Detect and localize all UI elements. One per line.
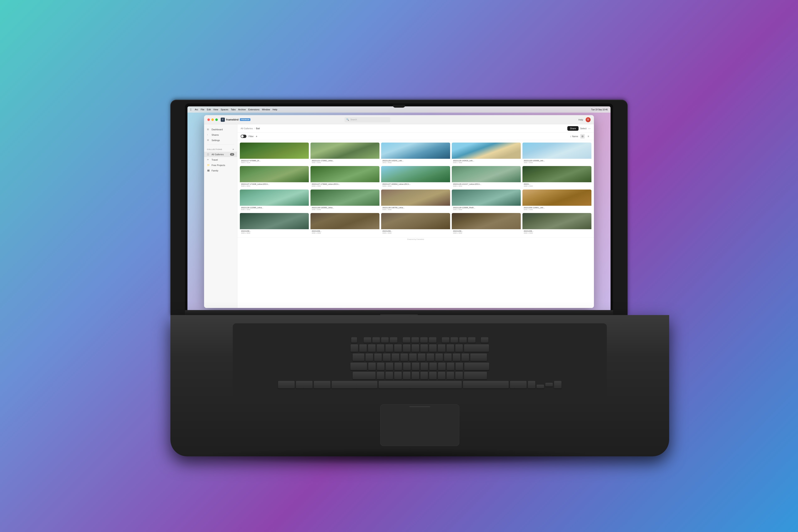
key-1[interactable]	[359, 344, 367, 352]
key-lbracket[interactable]	[453, 354, 460, 361]
gallery-item[interactable]: 20221127-183004_Leica-LEICA... 5050 x 40…	[381, 166, 450, 188]
sidebar-item-all-galleries[interactable]: ◫ All Galleries 18	[204, 152, 237, 157]
key-up[interactable]	[536, 385, 544, 388]
key-7[interactable]	[412, 344, 419, 352]
key-rcmd[interactable]	[463, 381, 509, 388]
key-f6[interactable]	[412, 337, 419, 343]
key-i[interactable]	[426, 354, 434, 361]
sidebar-item-family[interactable]: 👪 Family	[204, 168, 237, 173]
menu-window[interactable]: Window	[262, 108, 270, 111]
item-more-button[interactable]: ···	[516, 214, 520, 217]
key-d[interactable]	[386, 363, 393, 370]
key-f8[interactable]	[429, 337, 436, 343]
key-backtick[interactable]	[350, 344, 358, 352]
gallery-item[interactable]: 20221129-121217_Leica-LEICA... 5050 x 40…	[452, 166, 521, 188]
key-r[interactable]	[392, 354, 399, 361]
key-backslash[interactable]	[470, 354, 487, 361]
item-more-button[interactable]: ···	[445, 144, 449, 147]
key-f9[interactable]	[442, 337, 449, 343]
help-link[interactable]: Help	[578, 118, 583, 121]
key-f7[interactable]	[420, 337, 428, 343]
key-s[interactable]	[377, 363, 384, 370]
menu-view[interactable]: View	[213, 108, 218, 111]
key-0[interactable]	[438, 344, 445, 352]
key-x[interactable]	[385, 372, 393, 379]
key-w[interactable]	[374, 354, 382, 361]
key-5[interactable]	[394, 344, 402, 352]
key-period[interactable]	[446, 372, 454, 379]
gallery-item[interactable]: 20221126-122580_Leica... 6050 x 4050 ···	[240, 190, 309, 211]
key-down[interactable]	[545, 383, 553, 386]
add-collection-icon[interactable]: +	[232, 148, 234, 151]
item-more-button[interactable]: ···	[587, 190, 591, 194]
gallery-item[interactable]: 20221125-143241_Leic... 3943 x 5000 ···	[381, 142, 450, 164]
key-f3[interactable]	[381, 337, 388, 343]
key-f10[interactable]	[451, 337, 458, 343]
gallery-item[interactable]: 20221130-146700_Leica... 6000 x 4000 ···	[381, 190, 450, 211]
key-lcmd[interactable]	[332, 381, 377, 388]
key-slash[interactable]	[455, 372, 463, 379]
item-more-button[interactable]: ···	[375, 214, 379, 217]
key-y[interactable]	[409, 354, 417, 361]
key-fn[interactable]	[278, 381, 295, 388]
item-more-button[interactable]: ···	[516, 144, 520, 147]
key-f[interactable]	[395, 363, 402, 370]
sidebar-item-travel[interactable]: ✈ Travel	[204, 157, 237, 163]
touchpad[interactable]	[380, 404, 459, 446]
key-8[interactable]	[420, 344, 428, 352]
item-more-button[interactable]: ···	[445, 190, 449, 194]
key-f4[interactable]	[390, 337, 397, 343]
key-tab[interactable]	[353, 354, 364, 361]
sort-selector[interactable]: ↕ Name	[570, 135, 578, 137]
item-more-button[interactable]: ···	[587, 214, 591, 217]
close-button[interactable]	[207, 118, 210, 121]
key-space[interactable]	[379, 381, 462, 388]
key-9[interactable]	[429, 344, 437, 352]
key-lshift[interactable]	[353, 372, 376, 379]
key-a[interactable]	[368, 363, 376, 370]
key-g[interactable]	[403, 363, 411, 370]
key-f12[interactable]	[468, 337, 475, 343]
key-b[interactable]	[412, 372, 419, 379]
key-z[interactable]	[377, 372, 384, 379]
key-k[interactable]	[429, 363, 437, 370]
key-6[interactable]	[403, 344, 411, 352]
menu-archive[interactable]: Archive	[238, 108, 246, 111]
sidebar-item-settings[interactable]: ⚙ Settings	[204, 137, 237, 143]
gallery-item[interactable]: 20221127-171638_Leica-LEICA... 5050 x 40…	[240, 166, 309, 188]
item-more-button[interactable]: ···	[587, 144, 591, 147]
user-avatar[interactable]: U	[586, 117, 591, 122]
key-esc[interactable]	[351, 337, 357, 343]
key-f2[interactable]	[373, 337, 380, 343]
sidebar-item-shares[interactable]: ↑ Shares	[204, 132, 237, 137]
gallery-item[interactable]: 20221129-123000_Rosh... 4000 x 6000 ···	[452, 190, 521, 211]
item-more-button[interactable]: ···	[445, 167, 449, 171]
key-f11[interactable]	[459, 337, 467, 343]
key-c[interactable]	[394, 372, 402, 379]
menu-edit[interactable]: Edit	[207, 108, 211, 111]
more-button[interactable]: ···	[588, 127, 591, 130]
key-rshift[interactable]	[464, 372, 487, 379]
key-p[interactable]	[444, 354, 452, 361]
filter-toggle[interactable]	[241, 135, 246, 138]
grid-view-button[interactable]: ⊞	[580, 134, 585, 139]
minimize-button[interactable]	[211, 118, 214, 121]
key-m[interactable]	[429, 372, 437, 379]
menu-tabs[interactable]: Tabs	[231, 108, 236, 111]
key-quote[interactable]	[456, 363, 463, 370]
key-control[interactable]	[296, 381, 312, 388]
key-semicolon[interactable]	[447, 363, 454, 370]
key-equals[interactable]	[455, 344, 463, 352]
key-option[interactable]	[314, 381, 330, 388]
key-lock[interactable]	[481, 337, 488, 343]
gallery-item[interactable]: 20221121-172562_Leica... 4000 x 6000 ···	[310, 142, 379, 164]
key-left[interactable]	[528, 381, 535, 388]
share-button[interactable]: Share	[567, 126, 578, 131]
key-3[interactable]	[377, 344, 384, 352]
maximize-button[interactable]	[215, 118, 218, 121]
key-minus[interactable]	[446, 344, 454, 352]
key-t[interactable]	[400, 354, 408, 361]
key-e[interactable]	[383, 354, 391, 361]
menu-arc[interactable]: Arc	[195, 108, 198, 111]
key-roption[interactable]	[510, 381, 527, 388]
